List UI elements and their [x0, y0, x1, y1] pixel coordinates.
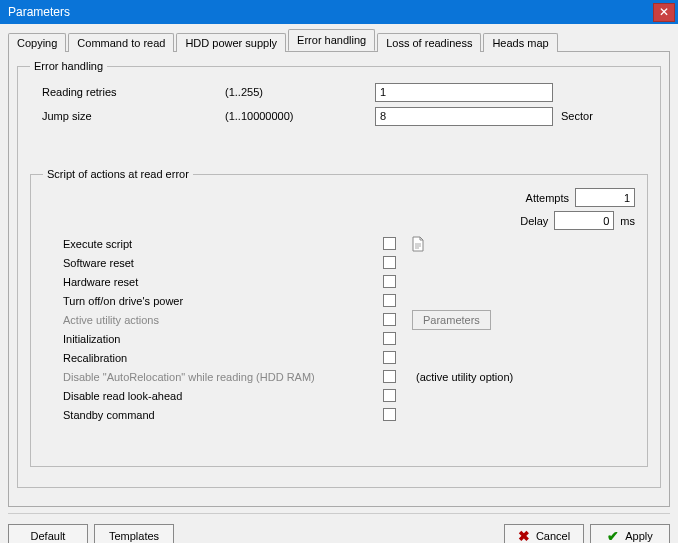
cancel-icon: ✖ [518, 529, 530, 543]
default-button[interactable]: Default [8, 524, 88, 543]
jump-size-label: Jump size [30, 110, 225, 122]
footer-bar: Default Templates ✖Cancel ✔Apply [8, 524, 670, 543]
script-actions-group: Script of actions at read error Attempts… [30, 168, 648, 467]
jump-size-input[interactable] [375, 107, 553, 126]
attempts-label: Attempts [526, 192, 569, 204]
active-utility-actions-checkbox[interactable] [383, 313, 396, 326]
power-toggle-checkbox[interactable] [383, 294, 396, 307]
jump-size-range: (1..10000000) [225, 110, 375, 122]
hardware-reset-checkbox[interactable] [383, 275, 396, 288]
cancel-button[interactable]: ✖Cancel [504, 524, 584, 543]
software-reset-checkbox[interactable] [383, 256, 396, 269]
error-handling-group: Error handling Reading retries (1..255) … [17, 60, 661, 488]
execute-script-label: Execute script [63, 238, 383, 250]
delay-label: Delay [520, 215, 548, 227]
tab-panel: Error handling Reading retries (1..255) … [8, 52, 670, 507]
execute-script-checkbox[interactable] [383, 237, 396, 250]
jump-size-unit: Sector [555, 110, 605, 122]
initialization-label: Initialization [63, 333, 383, 345]
tab-error-handling[interactable]: Error handling [288, 29, 375, 51]
disable-autoreloc-label: Disable "AutoRelocation" while reading (… [63, 371, 383, 383]
tab-strip: Copying Command to read HDD power supply… [8, 30, 670, 52]
disable-lookahead-label: Disable read look-ahead [63, 390, 383, 402]
script-file-icon[interactable] [410, 236, 426, 252]
active-utility-actions-label: Active utility actions [63, 314, 383, 326]
reading-retries-label: Reading retries [30, 86, 225, 98]
standby-command-checkbox[interactable] [383, 408, 396, 421]
standby-command-label: Standby command [63, 409, 383, 421]
active-utility-note: (active utility option) [416, 371, 513, 383]
window-titlebar: Parameters ✕ [0, 0, 678, 24]
check-icon: ✔ [607, 529, 619, 543]
tab-copying[interactable]: Copying [8, 33, 66, 52]
tab-command-to-read[interactable]: Command to read [68, 33, 174, 52]
tab-heads-map[interactable]: Heads map [483, 33, 557, 52]
software-reset-label: Software reset [63, 257, 383, 269]
disable-autoreloc-checkbox[interactable] [383, 370, 396, 383]
recalibration-label: Recalibration [63, 352, 383, 364]
apply-button[interactable]: ✔Apply [590, 524, 670, 543]
parameters-button: Parameters [412, 310, 491, 330]
delay-unit: ms [620, 215, 635, 227]
templates-button[interactable]: Templates [94, 524, 174, 543]
delay-input[interactable] [554, 211, 614, 230]
recalibration-checkbox[interactable] [383, 351, 396, 364]
hardware-reset-label: Hardware reset [63, 276, 383, 288]
reading-retries-input[interactable] [375, 83, 553, 102]
disable-lookahead-checkbox[interactable] [383, 389, 396, 402]
window-title: Parameters [8, 5, 70, 19]
script-actions-legend: Script of actions at read error [43, 168, 193, 180]
tab-hdd-power-supply[interactable]: HDD power supply [176, 33, 286, 52]
power-toggle-label: Turn off/on drive's power [63, 295, 383, 307]
error-handling-legend: Error handling [30, 60, 107, 72]
reading-retries-range: (1..255) [225, 86, 375, 98]
tab-loss-of-readiness[interactable]: Loss of readiness [377, 33, 481, 52]
close-icon[interactable]: ✕ [653, 3, 675, 22]
initialization-checkbox[interactable] [383, 332, 396, 345]
attempts-input[interactable] [575, 188, 635, 207]
